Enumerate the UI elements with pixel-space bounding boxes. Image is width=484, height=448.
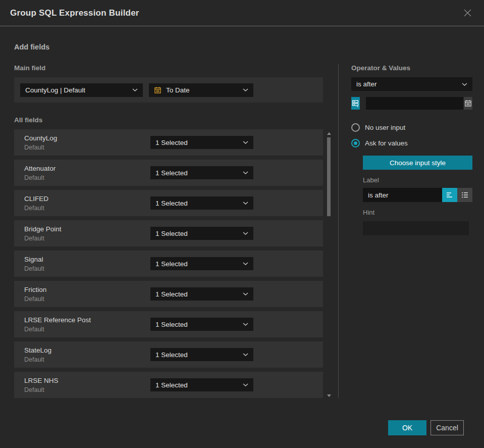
fields-column: Main field CountyLog | Default: [14, 64, 333, 402]
radio-no-user-input[interactable]: No user input: [351, 123, 472, 132]
field-info: LRSE NHS Default: [24, 377, 59, 393]
all-fields-area: CountyLog Default 1 Selected Attenuator …: [14, 129, 333, 402]
hint-input[interactable]: [363, 221, 469, 235]
field-subtitle: Default: [24, 144, 57, 151]
chevron-down-icon: [243, 202, 248, 205]
chevron-down-icon: [243, 353, 248, 356]
ask-for-values-options: Choose input style Label: [363, 155, 472, 235]
all-fields-list: CountyLog Default 1 Selected Attenuator …: [14, 129, 323, 402]
field-row: Friction Default 1 Selected: [14, 281, 323, 307]
field-selected-dropdown[interactable]: 1 Selected: [150, 196, 253, 210]
scrollbar[interactable]: [326, 129, 333, 398]
main-field-panel: CountyLog | Default: [14, 77, 323, 103]
dialog-title: Group SQL Expression Builder: [10, 8, 139, 18]
operator-values-column: Operator & Values is after: [351, 64, 472, 402]
calendar-icon: [464, 99, 472, 107]
label-row: [363, 188, 472, 202]
field-selected-dropdown[interactable]: 1 Selected: [150, 136, 253, 149]
columns: Main field CountyLog | Default: [14, 64, 472, 402]
scroll-up-arrow-icon[interactable]: [327, 132, 331, 135]
field-subtitle: Default: [24, 174, 56, 181]
scrollbar-thumb[interactable]: [327, 137, 331, 216]
field-name: LRSE NHS: [24, 377, 59, 384]
field-selected-dropdown[interactable]: 1 Selected: [150, 348, 253, 361]
stacked-values-icon: [351, 99, 360, 108]
hint-caption: Hint: [363, 209, 472, 216]
calendar-icon: [154, 86, 162, 94]
operator-values-heading: Operator & Values: [351, 64, 472, 72]
value-list-button[interactable]: [351, 97, 360, 110]
chevron-down-icon: [243, 232, 248, 235]
chevron-down-icon: [243, 141, 248, 144]
dialog-header: Group SQL Expression Builder: [0, 0, 484, 26]
calendar-picker-button[interactable]: [464, 97, 472, 110]
field-info: LRSE Reference Post Default: [24, 316, 91, 333]
radio-label: No user input: [365, 124, 405, 131]
field-selected-dropdown-label: 1 Selected: [155, 290, 188, 298]
all-fields-label: All fields: [14, 116, 333, 124]
field-subtitle: Default: [24, 326, 91, 333]
align-left-style-button[interactable]: [442, 188, 457, 202]
field-subtitle: Default: [24, 386, 59, 393]
field-selected-dropdown-label: 1 Selected: [155, 260, 188, 268]
field-subtitle: Default: [24, 205, 48, 212]
dialog-body: Add fields Main field CountyLog | Defaul…: [0, 26, 484, 402]
field-selected-dropdown-label: 1 Selected: [155, 351, 188, 359]
radio-ask-for-values[interactable]: Ask for values: [351, 139, 472, 147]
chevron-down-icon: [243, 88, 248, 91]
field-row: CLIFED Default 1 Selected: [14, 190, 323, 216]
chevron-down-icon: [243, 383, 248, 386]
field-selected-dropdown[interactable]: 1 Selected: [150, 166, 253, 179]
label-input[interactable]: [363, 188, 442, 202]
field-name: Bridge Point: [24, 225, 62, 233]
field-subtitle: Default: [24, 235, 62, 242]
field-info: Friction Default: [24, 286, 46, 303]
list-style-button[interactable]: [457, 188, 472, 202]
ok-button[interactable]: OK: [388, 420, 426, 435]
field-name: Friction: [24, 286, 46, 293]
field-name: CLIFED: [24, 195, 48, 203]
field-selected-dropdown-label: 1 Selected: [155, 200, 188, 207]
main-field-select[interactable]: CountyLog | Default: [20, 83, 143, 97]
field-selected-dropdown[interactable]: 1 Selected: [150, 227, 253, 240]
field-subtitle: Default: [24, 356, 51, 363]
choose-input-style-button[interactable]: Choose input style: [363, 156, 472, 170]
panel-divider: [338, 64, 339, 398]
chevron-down-icon: [132, 88, 138, 91]
field-name: LRSE Reference Post: [24, 316, 91, 324]
chevron-down-icon: [243, 262, 248, 265]
field-selected-dropdown[interactable]: 1 Selected: [150, 318, 253, 331]
field-name: Signal: [24, 256, 44, 263]
value-input[interactable]: [366, 97, 463, 110]
field-info: Bridge Point Default: [24, 225, 62, 242]
field-selected-dropdown-label: 1 Selected: [155, 169, 188, 177]
field-row: CountyLog Default 1 Selected: [14, 129, 323, 156]
operator-select[interactable]: is after: [351, 77, 472, 91]
field-selected-dropdown[interactable]: 1 Selected: [150, 257, 253, 270]
field-row: LRSE NHS Default 1 Selected: [14, 372, 323, 398]
field-selected-dropdown-label: 1 Selected: [155, 381, 188, 389]
field-selected-dropdown-label: 1 Selected: [155, 321, 188, 328]
date-type-select[interactable]: To Date: [149, 83, 253, 97]
main-field-select-value: CountyLog | Default: [25, 86, 85, 94]
field-info: CLIFED Default: [24, 195, 48, 212]
scroll-down-arrow-icon[interactable]: [327, 394, 331, 397]
cancel-button[interactable]: Cancel: [431, 420, 464, 435]
radio-label: Ask for values: [365, 139, 408, 147]
label-caption: Label: [363, 176, 472, 184]
field-row: Signal Default 1 Selected: [14, 251, 323, 277]
field-row: LRSE Reference Post Default 1 Selected: [14, 311, 323, 337]
field-info: CountyLog Default: [24, 134, 57, 151]
field-selected-dropdown[interactable]: 1 Selected: [150, 287, 253, 301]
field-selected-dropdown[interactable]: 1 Selected: [150, 378, 253, 391]
list-icon: [461, 191, 469, 198]
field-subtitle: Default: [24, 265, 44, 272]
chevron-down-icon: [243, 292, 248, 295]
field-info: Attenuator Default: [24, 165, 56, 181]
close-icon[interactable]: [461, 7, 474, 19]
chevron-down-icon: [243, 323, 248, 326]
radio-circle-icon: [351, 123, 360, 132]
field-row: Attenuator Default 1 Selected: [14, 160, 323, 186]
field-info: StateLog Default: [24, 346, 51, 363]
value-row: [351, 97, 472, 110]
